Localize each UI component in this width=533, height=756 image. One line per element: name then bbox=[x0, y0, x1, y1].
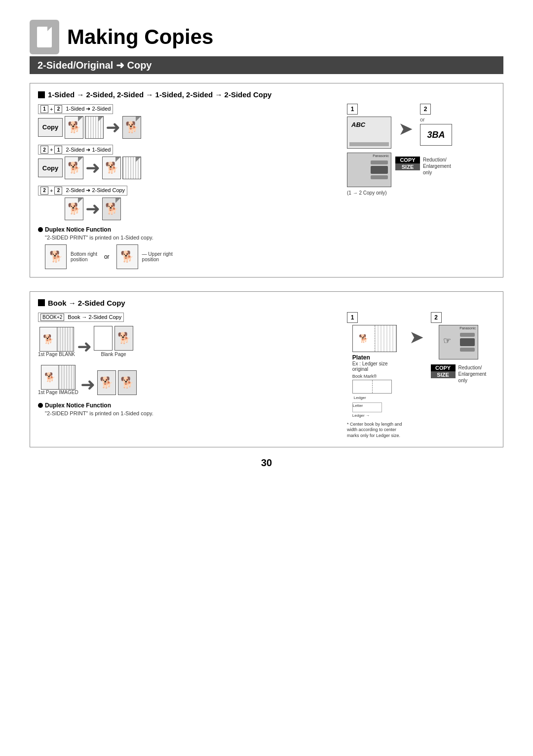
duplex-images: 🐕 Bottom right position or 🐕 bbox=[45, 244, 337, 269]
step-arrow-1: ➤ bbox=[398, 119, 413, 139]
section-two-sided: 1-Sided → 2-Sided, 2-Sided → 1-Sided, 2-… bbox=[30, 83, 503, 278]
book-panel-btn-1 bbox=[460, 333, 475, 337]
finger-icon: ☞ bbox=[443, 335, 451, 346]
touch-panel-area: Panasonic COPY SIZE bbox=[347, 153, 451, 187]
platen-desc1: Ex : Ledger size original bbox=[352, 361, 397, 372]
book-platen-dog-l: 🐕 bbox=[359, 334, 369, 343]
section2-content: BOOK+2 Book → 2-Sided Copy 🐕 1st Page BL bbox=[38, 312, 495, 439]
subsection-1to2-label: 1 + 2 1-Sided ➜ 2-Sided bbox=[38, 104, 113, 114]
step2-num: 2 bbox=[420, 104, 431, 115]
book-step1-num: 1 bbox=[347, 312, 358, 323]
doc-blank-page bbox=[94, 326, 113, 351]
blank-page-label: Blank Page bbox=[101, 352, 126, 357]
bottom-right-label: Bottom right position bbox=[71, 251, 97, 262]
ledger-diagram: Book Mark® Ledger Letter L bbox=[352, 374, 397, 418]
section2-title-square bbox=[38, 299, 45, 306]
duplex2-title-text: Duplex Notice Function bbox=[45, 402, 111, 409]
copy-label-1to2: Copy bbox=[38, 118, 63, 137]
doc-result-1to2: 🐕 bbox=[122, 116, 141, 139]
panasonic-label-2: Panasonic bbox=[459, 326, 476, 330]
subsection-book-label: BOOK+2 Book → 2-Sided Copy bbox=[38, 313, 124, 322]
step2-content: or 3BA bbox=[420, 117, 452, 146]
panel-buttons bbox=[371, 160, 388, 179]
doc-src-1: 🐕 bbox=[65, 116, 83, 139]
title-icon-inner bbox=[37, 27, 52, 47]
section1-left-diagrams: 1 + 2 1-Sided ➜ 2-Sided Copy 🐕 bbox=[38, 104, 337, 269]
abc-text: ABC bbox=[351, 121, 365, 128]
label-2to1: 2-Sided ➜ 1-Sided bbox=[66, 147, 111, 153]
num-box-2c: 2 bbox=[54, 187, 62, 195]
book-doc-2: 🐕 bbox=[41, 365, 76, 390]
book-src-group: 🐕 1st Page BLANK bbox=[38, 327, 75, 357]
duplex-section: Duplex Notice Function "2-SIDED PRINT" i… bbox=[38, 226, 337, 269]
page-label-blank: 1st Page BLANK bbox=[38, 352, 75, 357]
book-size-badge-row: COPY SIZE Reduction/Enlargementonly bbox=[431, 364, 487, 384]
book-right-2 bbox=[58, 365, 75, 389]
ledger-arrow-label: Ledger → bbox=[352, 413, 370, 418]
platen-title: Platen bbox=[352, 354, 397, 361]
book-right-1 bbox=[57, 327, 74, 351]
doc-2to1-src1: 🐕 bbox=[65, 157, 83, 179]
dog-book-1: 🐕 bbox=[43, 334, 54, 345]
arrow-book-2: ➜ bbox=[80, 374, 95, 395]
duplex-section-2: Duplex Notice Function "2-SIDED PRINT" i… bbox=[38, 402, 337, 416]
badge-size: SIZE bbox=[395, 163, 420, 170]
ledger-top-row: Book Mark® bbox=[352, 374, 377, 379]
platen-center-line bbox=[375, 325, 375, 352]
book-result-docs: 🐕 bbox=[94, 326, 133, 351]
book-panel-btn-2 bbox=[460, 338, 475, 346]
platen-labels: Platen Ex : Ledger size original Book Ma… bbox=[352, 354, 397, 418]
book-panel-buttons bbox=[460, 333, 475, 352]
duplex-bullet bbox=[38, 227, 43, 232]
ledger-label: Ledger bbox=[354, 396, 366, 400]
doc-src-2 bbox=[85, 116, 104, 139]
page-title: Making Copies bbox=[67, 25, 213, 49]
doc-book-result-2b: 🐕 bbox=[118, 370, 137, 395]
panasonic-label: Panasonic bbox=[373, 154, 389, 158]
book-result-group2: 🐕 🐕 bbox=[97, 370, 137, 395]
section2-title: Book → 2-Sided Copy bbox=[38, 299, 495, 307]
arrow-2to1: ➜ bbox=[85, 158, 100, 178]
book-mode-label: BOOK+2 bbox=[40, 314, 64, 321]
diagram-book-row1: 🐕 1st Page BLANK ➜ 🐕 bbox=[38, 326, 337, 357]
upper-position-text: position bbox=[142, 257, 173, 262]
arrow-book-1: ➜ bbox=[77, 336, 92, 357]
duplex-doc-2: 🐕 bbox=[116, 244, 138, 269]
book-doc-1: 🐕 bbox=[39, 327, 74, 352]
scanner-tray bbox=[349, 142, 389, 146]
subsection-2to2: 2 + 2 2-Sided ➜ 2-Sided Copy 🐕 ➜ bbox=[38, 185, 337, 220]
upper-right-label: — Upper right position bbox=[142, 251, 173, 262]
label-2to2: 2-Sided ➜ 2-Sided Copy bbox=[66, 187, 125, 194]
dog-book-result-2a: 🐕 bbox=[100, 377, 113, 388]
num-box-2b: 2 bbox=[40, 187, 48, 195]
book-panel-illus: Panasonic ☞ bbox=[439, 325, 478, 359]
section1-right-steps: 1 ABC ➤ 2 or bbox=[347, 104, 495, 269]
title-icon bbox=[30, 20, 59, 54]
reduction-label: Reduction/Enlargementonly bbox=[423, 157, 451, 176]
header-area: Making Copies bbox=[30, 20, 503, 54]
duplex2-bullet bbox=[38, 403, 43, 408]
machine-panel-illus: Panasonic bbox=[347, 153, 391, 187]
dog-book-result-2b: 🐕 bbox=[120, 377, 134, 388]
book-left-2: 🐕 bbox=[41, 365, 58, 389]
copy-size-badge: COPY SIZE bbox=[395, 157, 420, 170]
num-box-2: 2 bbox=[54, 105, 62, 113]
book-badge-copy: COPY bbox=[431, 364, 456, 371]
step2-box: 2 or 3BA bbox=[420, 104, 452, 146]
dog-icon-2to1: 🐕 bbox=[68, 162, 81, 173]
platen-surface: 🐕 bbox=[352, 325, 397, 352]
book-panel-btn-3 bbox=[460, 348, 475, 352]
doc-2to1-res2 bbox=[122, 157, 141, 179]
dog-icon-result-1: 🐕 bbox=[125, 122, 139, 133]
source-docs-1to2: 🐕 bbox=[65, 116, 104, 139]
book-step1-box: 1 🐕 bbox=[347, 312, 402, 439]
dog-icon-duplex2: 🐕 bbox=[120, 251, 134, 262]
step1-num: 1 bbox=[347, 104, 358, 115]
br-label-group: Bottom right position bbox=[71, 251, 97, 262]
dog-book-2: 🐕 bbox=[44, 372, 55, 383]
subsection-2to1: 2 + 1 2-Sided ➜ 1-Sided Copy 🐕 ➜ bbox=[38, 145, 337, 180]
source-docs-2to2: 🐕 bbox=[65, 198, 83, 220]
dog-icon-2to1-r1: 🐕 bbox=[105, 162, 118, 173]
arrow-2to2: ➜ bbox=[85, 199, 100, 219]
book-step2-box: 2 Panasonic ☞ bbox=[431, 312, 487, 384]
